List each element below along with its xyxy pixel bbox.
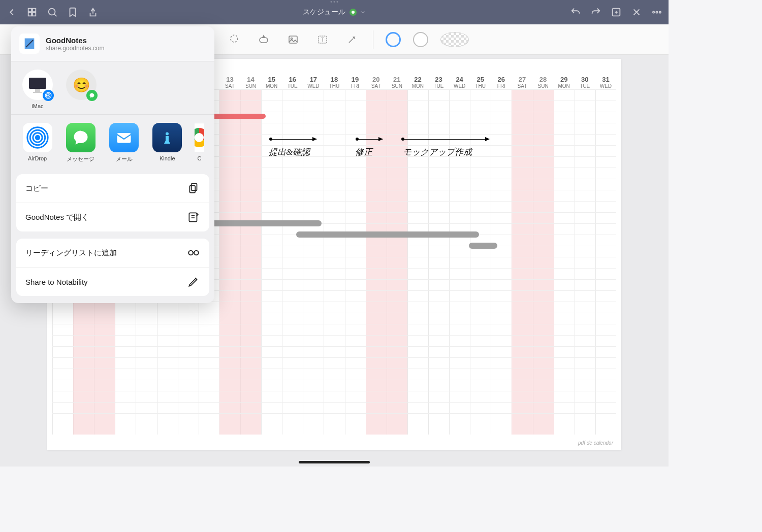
back-icon[interactable] (6, 7, 17, 18)
day-header: 22MON (407, 76, 428, 89)
day-header: 28SUN (533, 76, 554, 89)
redo-icon[interactable] (590, 7, 601, 18)
color-white-swatch[interactable] (413, 32, 428, 47)
task-label-4: モックアップ作成 (403, 146, 472, 158)
svg-point-37 (188, 251, 193, 255)
svg-rect-32 (117, 133, 131, 143)
title-text: スケジュール (303, 8, 345, 17)
chrome-icon (195, 123, 204, 152)
shape-tool-icon[interactable] (255, 31, 272, 48)
messages-badge-icon (86, 90, 98, 101)
svg-rect-35 (189, 186, 195, 193)
share-app-kindle[interactable]: Kindle (151, 123, 183, 163)
day-header: 31WED (595, 76, 616, 89)
action-share-notability[interactable]: Share to Notability (16, 268, 209, 296)
copy-icon (187, 182, 200, 195)
svg-line-5 (54, 14, 57, 17)
share-app-airdrop[interactable]: AirDrop (21, 123, 53, 163)
svg-rect-22 (29, 78, 46, 89)
lasso-tool-icon[interactable] (226, 31, 243, 48)
weekend-band (219, 89, 240, 435)
day-header: 17WED (303, 76, 324, 89)
svg-rect-1 (33, 9, 36, 12)
svg-text:T: T (321, 37, 324, 43)
action-label: Share to Notability (25, 278, 88, 286)
svg-point-26 (47, 94, 50, 97)
task-label-3: 修正 (355, 146, 372, 158)
share-app-name: GoodNotes (46, 36, 104, 45)
airdrop-target-imac[interactable]: iMac (22, 70, 53, 109)
document-title[interactable]: スケジュール (303, 8, 366, 17)
day-header: 29MON (554, 76, 575, 89)
share-actions-2: リーディングリストに追加 Share to Notability (16, 239, 209, 296)
day-header: 30TUE (575, 76, 595, 89)
share-actions-1: コピー GoodNotes で開く (16, 174, 209, 231)
share-app-chrome[interactable]: C (195, 123, 204, 163)
pencil-icon (187, 275, 200, 288)
svg-point-11 (653, 11, 654, 13)
laser-tool-icon[interactable] (343, 31, 361, 48)
svg-marker-16 (263, 36, 265, 38)
bookmark-icon[interactable] (67, 7, 78, 18)
day-header: 15MON (261, 76, 282, 89)
image-tool-icon[interactable] (284, 31, 302, 48)
svg-point-28 (36, 136, 39, 139)
day-header: 14SUN (240, 76, 261, 89)
airdrop-target-label: iMac (31, 103, 43, 109)
day-header: 19FRI (345, 76, 366, 89)
action-copy[interactable]: コピー (16, 174, 209, 203)
action-reading-list[interactable]: リーディングリストに追加 (16, 239, 209, 268)
search-icon[interactable] (47, 7, 58, 18)
color-blue-swatch[interactable] (386, 32, 401, 47)
arrow-2 (271, 139, 316, 140)
airdrop-targets: iMac 😊 (11, 61, 214, 114)
airdrop-badge-icon (43, 90, 54, 101)
share-sheet: GoodNotes share.goodnotes.com iMac 😊 (11, 26, 214, 303)
svg-point-13 (659, 11, 661, 13)
weekend-band (366, 89, 387, 435)
share-header: GoodNotes share.goodnotes.com (11, 26, 214, 61)
arrow-4 (403, 139, 489, 140)
imac-icon (22, 70, 53, 100)
home-indicator (299, 461, 370, 463)
day-header: 13SAT (219, 76, 240, 89)
weekend-band (533, 89, 554, 435)
airdrop-icon (23, 123, 52, 152)
divider (373, 30, 373, 49)
share-app-messages[interactable]: メッセージ (65, 123, 97, 163)
app-label: C (197, 155, 201, 161)
glasses-icon (187, 246, 200, 259)
day-header: 16TUE (282, 76, 303, 89)
svg-point-25 (48, 95, 49, 96)
weekend-band (240, 89, 261, 435)
action-open-goodnotes[interactable]: GoodNotes で開く (16, 203, 209, 231)
mail-icon (109, 123, 139, 152)
action-label: リーディングリストに追加 (25, 248, 117, 258)
color-transparent-swatch[interactable] (440, 32, 469, 47)
text-tool-icon[interactable]: T (314, 31, 331, 48)
day-header: 24WED (449, 76, 470, 89)
gray-bar-2 (296, 231, 479, 238)
gray-bar-3 (469, 243, 497, 249)
add-page-icon[interactable] (611, 7, 622, 18)
undo-icon[interactable] (570, 7, 581, 18)
airdrop-target-contact[interactable]: 😊 (66, 70, 97, 109)
drag-indicator (331, 1, 338, 3)
app-label: メール (116, 155, 133, 163)
svg-point-14 (231, 35, 238, 42)
emoji-blush-icon: 😊 (66, 70, 97, 100)
close-icon[interactable] (631, 7, 642, 18)
app-label: Kindle (160, 155, 175, 161)
svg-rect-34 (192, 183, 197, 190)
day-header: 26FRI (491, 76, 512, 89)
svg-point-33 (166, 132, 169, 136)
action-label: コピー (25, 184, 48, 193)
share-app-mail[interactable]: メール (108, 123, 140, 163)
svg-rect-3 (33, 13, 36, 16)
sync-status-icon (350, 9, 357, 16)
more-icon[interactable] (651, 7, 662, 18)
thumbnails-icon[interactable] (26, 7, 38, 18)
task-label-2: 提出&確認 (269, 146, 310, 158)
action-label: GoodNotes で開く (25, 213, 89, 222)
share-icon[interactable] (87, 7, 99, 18)
